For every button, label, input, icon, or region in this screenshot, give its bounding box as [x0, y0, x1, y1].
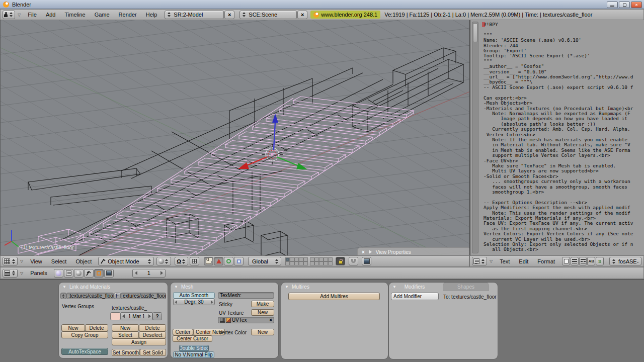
vertex-color-new-button[interactable]: New: [251, 329, 274, 335]
modifiers-panel[interactable]: Shapes Modifiers ▼ Add Modifier To: text…: [389, 283, 498, 359]
material-new-button[interactable]: New: [112, 324, 139, 331]
screen-selector[interactable]: SR:2-Model: [165, 11, 224, 19]
material-assign-button[interactable]: Assign: [112, 338, 166, 345]
layer-button[interactable]: [310, 261, 314, 265]
vgroup-delete-button[interactable]: Delete: [85, 324, 108, 331]
viewport-menu-object[interactable]: Object: [71, 258, 96, 264]
uv-texture-new-button[interactable]: New: [251, 309, 274, 316]
layer-button[interactable]: [299, 257, 303, 261]
copy-group-button[interactable]: Copy Group: [61, 331, 108, 338]
viewport-menu-view[interactable]: View: [26, 258, 47, 264]
mode-selector[interactable]: Object Mode: [98, 257, 154, 265]
scene-context-button[interactable]: [104, 269, 114, 278]
layer-buttons-group-1[interactable]: [285, 257, 308, 265]
pivot-selector[interactable]: Ω: [175, 257, 188, 265]
layer-button[interactable]: [319, 261, 324, 265]
version-pill[interactable]: www.blender.org 248.1: [310, 11, 380, 19]
shapes-tab[interactable]: Shapes: [443, 283, 489, 291]
layer-button[interactable]: [303, 257, 308, 261]
object-context-button[interactable]: [84, 269, 94, 278]
logic-context-button[interactable]: [54, 269, 63, 278]
lock-layers-button[interactable]: [336, 257, 345, 265]
layer-buttons-group-2[interactable]: [310, 257, 333, 265]
link-panel-header[interactable]: ▼ Link and Materials: [59, 283, 168, 291]
menubar-item-game[interactable]: Game: [90, 12, 114, 18]
collapse-menus-icon[interactable]: ▽: [15, 13, 23, 17]
menubar-item-file[interactable]: File: [23, 12, 41, 18]
mesh-datablock-field[interactable]: :textures/castle_floor: [66, 293, 114, 299]
frame-prev-icon[interactable]: [135, 271, 137, 275]
set-smooth-button[interactable]: Set Smooth: [112, 349, 140, 356]
layer-button[interactable]: [299, 261, 303, 265]
rotate-manipulator-button[interactable]: [224, 257, 233, 265]
draw-type-selector[interactable]: [156, 257, 171, 265]
text-editor-scrollbar[interactable]: [472, 22, 478, 253]
snap-button[interactable]: [349, 257, 358, 265]
close-panel-icon[interactable]: ×: [362, 249, 365, 255]
double-sided-toggle[interactable]: Double Sided: [179, 345, 209, 351]
frame-next-icon[interactable]: [160, 271, 163, 275]
texmesh-field[interactable]: TexMesh:: [218, 292, 274, 299]
panel-collapse-icon[interactable]: ▼: [174, 285, 178, 289]
word-wrap-button[interactable]: [579, 257, 587, 265]
layer-button[interactable]: [285, 261, 290, 265]
panel-collapse-icon[interactable]: ▼: [285, 285, 289, 289]
modifiers-panel-header[interactable]: ▼: [389, 283, 398, 291]
viewport-type-button[interactable]: [3, 257, 18, 265]
script-source-code[interactable]: #!BPY """ Name: 'ASCII Scene (.ase) v0.6…: [484, 22, 644, 254]
panel-collapse-icon[interactable]: ▼: [392, 285, 396, 289]
layer-button[interactable]: [324, 257, 328, 261]
layer-button[interactable]: [303, 261, 308, 265]
expand-panel-icon[interactable]: [369, 250, 372, 254]
frame-value[interactable]: 1: [147, 270, 150, 276]
material-help-button[interactable]: ?: [152, 312, 162, 320]
render-preview-button[interactable]: [362, 257, 371, 265]
mesh-panel-header[interactable]: ▼ Mesh: [171, 283, 278, 291]
buttons-collapse-icon[interactable]: ▽: [18, 271, 26, 276]
material-stepper-value[interactable]: 1 Mat 1: [128, 314, 145, 319]
scene-delete-button[interactable]: ×: [297, 11, 307, 19]
modifiers-tab[interactable]: Modifiers: [398, 283, 431, 291]
panel-collapse-icon[interactable]: ▼: [62, 285, 66, 289]
frame-number-stepper[interactable]: 1: [132, 269, 166, 278]
version-link[interactable]: www.blender.org 248.1: [321, 12, 377, 18]
layer-button[interactable]: [328, 257, 333, 261]
layer-button[interactable]: [290, 261, 294, 265]
window-minimize-button[interactable]: [607, 2, 618, 8]
mode-value[interactable]: Object Mode: [106, 258, 147, 264]
material-color-swatch[interactable]: [110, 312, 121, 320]
syntax-highlight-button[interactable]: AB: [587, 257, 595, 265]
layer-button[interactable]: [319, 257, 324, 261]
degr-stepper[interactable]: Degr: 30: [173, 299, 215, 305]
texted-type-button[interactable]: [472, 257, 487, 265]
material-prev-icon[interactable]: [122, 314, 125, 318]
menubar-item-render[interactable]: Render: [114, 12, 141, 18]
scene-browse-icon[interactable]: [242, 12, 247, 17]
add-multires-button[interactable]: Add Multires: [288, 293, 380, 300]
layer-button[interactable]: [310, 257, 314, 261]
layer-button[interactable]: [324, 261, 328, 265]
fake-user-button[interactable]: F: [114, 293, 121, 299]
scene-selector[interactable]: SCE:Scene: [239, 11, 297, 19]
multires-panel[interactable]: ▼ Multires Add Multires: [281, 283, 388, 359]
texted-menu-format[interactable]: Format: [533, 258, 559, 264]
degr-prev-icon[interactable]: [175, 300, 177, 303]
scale-manipulator-button[interactable]: [234, 257, 244, 265]
menubar-item-add[interactable]: Add: [41, 12, 60, 18]
script-name-value[interactable]: fosASE-: [616, 258, 639, 264]
degr-next-icon[interactable]: [211, 300, 213, 303]
screen-delete-button[interactable]: ×: [224, 11, 234, 19]
link-and-materials-panel[interactable]: ▼ Link and Materials :textures/castle_fl…: [59, 283, 168, 358]
material-stepper[interactable]: 1 Mat 1: [121, 312, 152, 320]
texted-menu-text[interactable]: Text: [495, 258, 514, 264]
menubar-item-timeline[interactable]: Timeline: [60, 12, 90, 18]
uvtex-name[interactable]: UVTex: [232, 317, 268, 323]
layer-button[interactable]: [314, 261, 319, 265]
script-selector[interactable]: fosASE-: [609, 257, 641, 265]
layer-1-button[interactable]: [285, 257, 290, 261]
texted-menu-edit[interactable]: Edit: [514, 258, 533, 264]
translate-manipulator-button[interactable]: [214, 257, 223, 265]
material-deselect-button[interactable]: Deselect: [139, 331, 166, 338]
center-button[interactable]: Center: [173, 329, 193, 335]
sticky-make-button[interactable]: Make: [251, 301, 274, 307]
